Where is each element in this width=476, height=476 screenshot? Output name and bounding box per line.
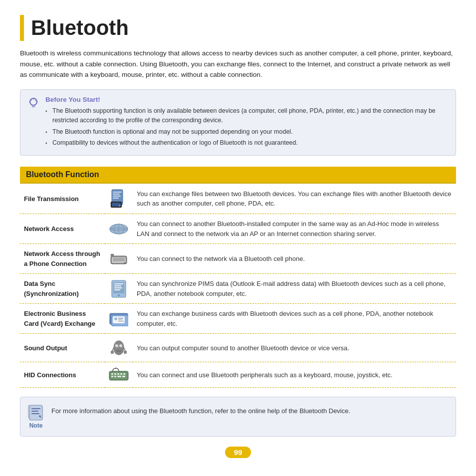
- feature-table: File Transmission You can e: [20, 183, 456, 388]
- bluetooth-function-header: Bluetooth Function: [20, 167, 456, 183]
- svg-rect-32: [118, 319, 122, 320]
- feature-desc-network-access: You can connect to another Bluetooth-ins…: [133, 214, 456, 244]
- table-row: HID Connections: [20, 362, 456, 388]
- info-box-content: Before You Start! The Bluetooth supporti…: [45, 96, 448, 150]
- table-row: Network Access You can connect to anothe…: [20, 214, 456, 244]
- svg-rect-21: [114, 283, 123, 284]
- page-number-wrap: 99: [20, 447, 456, 458]
- feature-desc-file-transmission: You can exchange files between two Bluet…: [133, 183, 456, 214]
- hid-icon: [105, 362, 133, 388]
- page-title: Bluetooth: [31, 17, 129, 38]
- lightbulb-icon: [26, 96, 40, 110]
- table-row: File Transmission You can e: [20, 183, 456, 214]
- info-item-3: Compatibility to devices without the aut…: [45, 138, 448, 148]
- svg-rect-36: [116, 350, 121, 352]
- info-item-2: The Bluetooth function is optional and m…: [45, 127, 448, 137]
- svg-rect-23: [114, 287, 122, 288]
- svg-point-35: [119, 344, 122, 347]
- feature-desc-hid: You can connect and use Bluetooth periph…: [133, 362, 456, 388]
- svg-point-52: [115, 368, 116, 369]
- svg-rect-5: [113, 198, 119, 199]
- feature-desc-data-sync: You can synchronize PIMS data (Outlook E…: [133, 274, 456, 304]
- svg-rect-44: [114, 373, 116, 375]
- note-text: For more information about using the Blu…: [51, 404, 350, 417]
- title-accent-bar: [20, 15, 24, 41]
- feature-name-sound-output: Sound Output: [20, 334, 105, 362]
- info-box-title: Before You Start!: [45, 96, 448, 103]
- svg-rect-22: [114, 285, 121, 286]
- table-row: Electronic Business Card (Vcard) Exchang…: [20, 304, 456, 334]
- feature-name-vcard: Electronic Business Card (Vcard) Exchang…: [20, 304, 105, 334]
- feature-desc-phone-connection: You can connect to the network via a Blu…: [133, 244, 456, 274]
- svg-point-25: [118, 294, 120, 296]
- svg-rect-17: [111, 254, 114, 256]
- svg-rect-48: [111, 376, 113, 377]
- table-row: Network Access through a Phone Connectio…: [20, 244, 456, 274]
- svg-rect-16: [113, 257, 125, 261]
- note-icon: [27, 404, 44, 421]
- svg-point-8: [119, 205, 121, 207]
- svg-rect-4: [113, 196, 121, 197]
- svg-rect-50: [117, 376, 121, 377]
- table-row: Data Sync (Synchronization) You can sync…: [20, 274, 456, 304]
- svg-point-18: [124, 262, 126, 263]
- sound-output-icon: [105, 334, 133, 362]
- data-sync-icon: [105, 274, 133, 304]
- svg-rect-2: [113, 192, 122, 193]
- svg-rect-24: [114, 289, 120, 290]
- svg-rect-39: [111, 351, 114, 354]
- phone-connection-icon: [105, 244, 133, 274]
- file-transmission-icon: [105, 183, 133, 214]
- network-access-icon: [105, 214, 133, 244]
- note-icon-wrap: Note: [27, 404, 44, 429]
- feature-name-hid: HID Connections: [20, 362, 105, 388]
- svg-rect-46: [120, 373, 122, 375]
- svg-rect-31: [118, 318, 123, 319]
- svg-point-30: [114, 317, 117, 320]
- vcard-icon: [105, 304, 133, 334]
- feature-name-data-sync: Data Sync (Synchronization): [20, 274, 105, 304]
- info-box-list: The Bluetooth supporting function is onl…: [45, 106, 448, 148]
- svg-rect-3: [113, 194, 120, 195]
- note-label: Note: [29, 422, 43, 429]
- svg-rect-45: [117, 373, 119, 375]
- svg-rect-47: [123, 373, 125, 375]
- svg-rect-54: [31, 408, 40, 409]
- svg-rect-43: [111, 373, 113, 375]
- svg-rect-49: [114, 376, 116, 377]
- svg-rect-53: [29, 405, 42, 420]
- svg-rect-55: [31, 411, 38, 412]
- svg-rect-40: [124, 351, 127, 354]
- intro-paragraph: Bluetooth is wireless communications tec…: [20, 48, 456, 80]
- page-title-section: Bluetooth: [20, 15, 456, 41]
- feature-desc-vcard: You can exchange business cards with Blu…: [133, 304, 456, 334]
- before-you-start-box: Before You Start! The Bluetooth supporti…: [20, 89, 456, 156]
- svg-rect-51: [122, 376, 125, 377]
- feature-name-file-transmission: File Transmission: [20, 183, 105, 214]
- page-number: 99: [225, 447, 251, 458]
- feature-desc-sound-output: You can output computer sound to another…: [133, 334, 456, 362]
- note-box: Note For more information about using th…: [20, 397, 456, 437]
- feature-name-phone-connection: Network Access through a Phone Connectio…: [20, 244, 105, 274]
- table-row: Sound Output You can ou: [20, 334, 456, 362]
- svg-point-34: [115, 344, 118, 347]
- feature-name-network-access: Network Access: [20, 214, 105, 244]
- info-item-1: The Bluetooth supporting function is onl…: [45, 106, 448, 126]
- svg-rect-56: [31, 413, 39, 414]
- svg-rect-33: [118, 321, 124, 322]
